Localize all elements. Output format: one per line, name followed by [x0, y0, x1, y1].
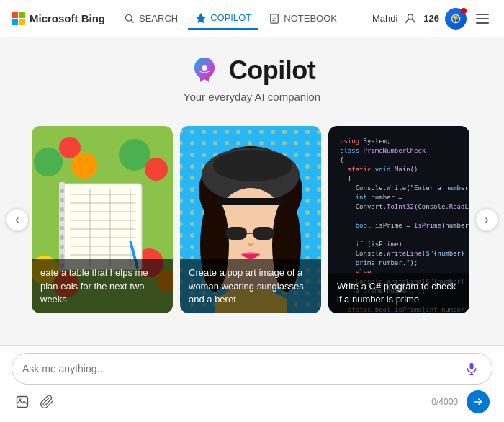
svg-rect-53 — [225, 227, 247, 240]
card-3-label: Write a C# program to check if a number … — [328, 273, 469, 313]
svg-point-29 — [60, 254, 64, 259]
code-line-14: prime number."); — [340, 259, 458, 266]
code-line-2: class PrimeNumberCheck — [340, 147, 458, 154]
code-line-7: int number = — [340, 194, 458, 201]
carousel-prev-button[interactable]: ‹ — [6, 208, 29, 231]
code-line-9 — [340, 212, 458, 220]
menu-line-3 — [476, 22, 489, 24]
achievement-badge[interactable]: 🏆 — [445, 8, 467, 30]
code-line-1: using System; — [340, 138, 458, 145]
svg-point-15 — [145, 158, 168, 181]
svg-point-7 — [408, 14, 413, 19]
mic-icon[interactable] — [462, 359, 482, 379]
chat-input[interactable] — [22, 363, 462, 374]
svg-point-25 — [60, 217, 64, 221]
app-header: Microsoft Bing SEARCH COPILOT — [0, 0, 504, 37]
search-nav-icon — [124, 13, 135, 24]
left-arrow-icon: ‹ — [15, 213, 19, 226]
char-count: 0/4000 — [431, 397, 458, 407]
svg-point-13 — [71, 153, 97, 179]
main-content: Copilot Your everyday AI companion ‹ — [0, 37, 504, 345]
svg-rect-20 — [63, 184, 142, 270]
code-line-4: static void Main() — [340, 166, 458, 173]
header-right: Mahdi 126 🏆 — [372, 8, 492, 30]
svg-point-27 — [60, 235, 64, 240]
code-line-11 — [340, 231, 458, 238]
svg-point-24 — [60, 207, 64, 212]
svg-rect-56 — [216, 198, 285, 205]
code-line-13: Console.WriteLine($"{number} is a — [340, 250, 458, 257]
menu-line-2 — [476, 18, 489, 19]
input-footer: 0/4000 — [12, 385, 492, 415]
nav-copilot[interactable]: COPILOT — [188, 8, 258, 30]
svg-point-22 — [60, 189, 64, 193]
copilot-nav-icon — [195, 12, 207, 24]
nav-search-label: SEARCH — [139, 13, 178, 24]
copilot-subtitle: Your everyday AI companion — [184, 91, 320, 103]
notebook-nav-icon — [269, 13, 280, 24]
logo-sq3 — [12, 19, 18, 25]
logo-sq2 — [19, 12, 25, 18]
svg-rect-57 — [470, 363, 474, 369]
code-line-6: Console.Write("Enter a number: "); — [340, 184, 458, 192]
svg-text:🏆: 🏆 — [452, 15, 459, 22]
copilot-logo-icon — [189, 55, 220, 86]
svg-rect-54 — [253, 227, 274, 240]
svg-point-23 — [60, 198, 64, 202]
logo-sq4 — [19, 19, 25, 25]
svg-line-1 — [131, 20, 133, 22]
code-line-12: if (isPrime) — [340, 241, 458, 248]
svg-point-49 — [213, 150, 292, 181]
svg-point-26 — [60, 226, 64, 230]
code-line-5: { — [340, 175, 458, 182]
points-count: 126 — [423, 13, 439, 24]
svg-point-11 — [34, 148, 63, 176]
card-code[interactable]: using System; class PrimeNumberCheck { s… — [328, 126, 469, 313]
copilot-title: Copilot — [229, 55, 315, 86]
bing-logo[interactable]: Microsoft Bing — [12, 12, 105, 25]
card-meal-planner[interactable]: eate a table that helps me plan eals for… — [32, 126, 173, 313]
bing-logo-squares — [12, 12, 25, 25]
menu-line-1 — [476, 14, 489, 15]
nav-notebook[interactable]: NOTEBOOK — [261, 9, 344, 29]
input-area: 0/4000 — [0, 345, 504, 422]
card-popart-woman[interactable]: Create a pop art image of a woman wearin… — [180, 126, 321, 313]
nav-copilot-label: COPILOT — [210, 12, 251, 23]
chat-input-box — [12, 353, 492, 385]
send-button[interactable] — [467, 390, 490, 413]
right-arrow-icon: › — [485, 213, 488, 226]
code-line-8: Convert.ToInt32(Console.ReadLine()); — [340, 203, 458, 210]
card-2-label: Create a pop art image of a woman wearin… — [180, 259, 321, 313]
logo-sq1 — [12, 12, 18, 18]
username: Mahdi — [372, 13, 397, 24]
hamburger-menu[interactable] — [472, 9, 492, 29]
nav-notebook-label: NOTEBOOK — [284, 13, 337, 24]
attachment-icon[interactable] — [39, 394, 55, 410]
code-line-10: bool isPrime = IsPrime(number); — [340, 222, 458, 229]
code-line-3: { — [340, 156, 458, 163]
main-nav: SEARCH COPILOT NOTEBOOK — [117, 8, 361, 30]
card-1-label: eate a table that helps me plan eals for… — [32, 259, 173, 313]
cards-carousel: ‹ — [0, 120, 504, 319]
svg-marker-2 — [197, 13, 206, 22]
nav-search[interactable]: SEARCH — [117, 9, 185, 29]
image-input-icon[interactable] — [14, 394, 30, 410]
carousel-next-button[interactable]: › — [475, 208, 498, 231]
bing-logo-text: Microsoft Bing — [30, 12, 105, 24]
cards-wrapper: eate a table that helps me plan eals for… — [29, 120, 475, 319]
person-icon[interactable] — [403, 12, 418, 26]
copilot-hero-header: Copilot — [189, 55, 315, 86]
svg-point-28 — [60, 245, 64, 249]
